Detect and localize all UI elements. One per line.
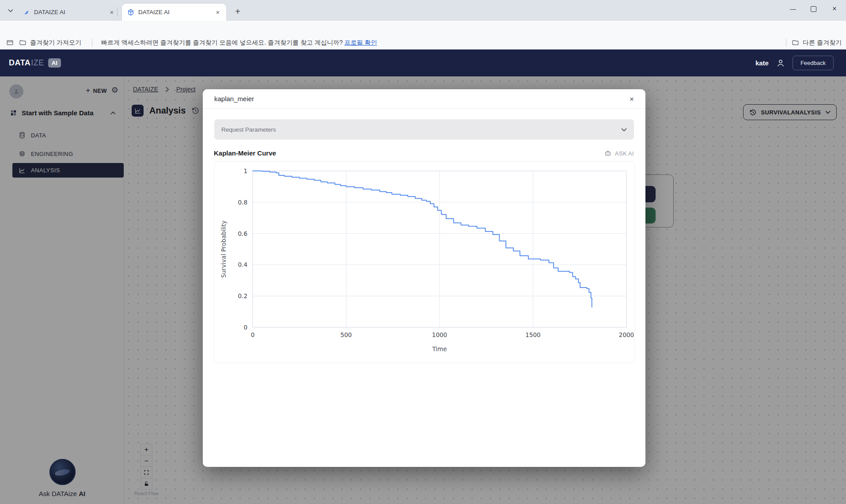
maximize-icon (811, 6, 816, 12)
svg-text:0.8: 0.8 (238, 199, 247, 206)
favorites-hint-text: 빠르게 액세스하려면 즐겨찾기를 즐겨찾기 모음에 넣으세요. 즐겨찾기를 찾고… (101, 39, 343, 46)
modal-close-button[interactable]: × (626, 94, 637, 105)
kaplan-meier-chart: 050010001500200000.20.40.60.81TimeSurviv… (203, 163, 645, 370)
dataize-logo[interactable]: DATA IZE AI (9, 49, 61, 76)
screen: DATAIZE AI × DATAIZE AI × + — × https://… (0, 0, 846, 504)
logo-text-data: DATA (9, 58, 30, 68)
user-menu-button[interactable] (776, 58, 785, 68)
logo-text-ize: IZE (31, 58, 44, 68)
request-parameters-label: Request Parameters (221, 126, 276, 133)
folder-icon (792, 39, 799, 46)
svg-text:Survival Probability: Survival Probability (220, 220, 227, 278)
window-maximize-button[interactable] (803, 0, 823, 18)
tab-close-icon[interactable]: × (214, 8, 222, 16)
robot-icon (604, 149, 612, 157)
favorites-bar: 즐겨찾기 가져오기 빠르게 액세스하려면 즐겨찾기를 즐겨찾기 모음에 넣으세요… (0, 36, 846, 50)
app-header: DATA IZE AI kate Feedback (0, 49, 846, 76)
dataize-cube-favicon (127, 9, 134, 16)
browser-tab-2-active[interactable]: DATAIZE AI × (122, 4, 226, 21)
divider (203, 108, 645, 109)
svg-text:2000: 2000 (619, 331, 634, 338)
import-favorites-label: 즐겨찾기 가져오기 (30, 39, 81, 47)
tab-divider (117, 7, 118, 17)
browser-toolbar: https://dataize.io/analytics/project/693… (0, 21, 846, 36)
tab-close-icon[interactable]: × (108, 8, 116, 16)
ask-ai-label: ASK AI (615, 150, 634, 157)
chevron-down-icon (8, 9, 13, 12)
svg-text:0.6: 0.6 (238, 230, 247, 237)
header-user-area: kate Feedback (755, 49, 846, 76)
feedback-button[interactable]: Feedback (793, 56, 834, 70)
logo-ai-badge: AI (48, 58, 61, 68)
svg-text:1500: 1500 (525, 331, 540, 338)
chevron-down-icon (621, 128, 627, 132)
tab-search-button[interactable] (4, 5, 17, 16)
username-label: kate (755, 59, 769, 67)
ask-ai-button[interactable]: ASK AI (604, 149, 634, 157)
favorites-hint: 빠르게 액세스하려면 즐겨찾기를 즐겨찾기 모음에 넣으세요. 즐겨찾기를 찾고… (101, 39, 377, 47)
chart-heading: Kaplan-Meier Curve (214, 149, 276, 157)
other-favorites-label: 다른 즐겨찾기 (803, 39, 842, 47)
svg-text:Time: Time (432, 345, 447, 352)
request-parameters-accordion[interactable]: Request Parameters (214, 119, 634, 140)
divider (92, 39, 92, 47)
svg-text:0: 0 (251, 331, 255, 338)
modal-title: kaplan_meier (214, 95, 254, 102)
svg-text:0.4: 0.4 (238, 261, 247, 268)
browser-tab-1[interactable]: DATAIZE AI × (18, 4, 120, 21)
window-minimize-button[interactable]: — (783, 0, 803, 18)
person-icon (776, 58, 785, 68)
window-close-button[interactable]: × (824, 0, 845, 18)
tab-title: DATAIZE AI (138, 9, 210, 15)
tab-title: DATAIZE AI (34, 9, 104, 15)
import-favorites-button[interactable]: 즐겨찾기 가져오기 (19, 39, 81, 47)
svg-text:0: 0 (243, 324, 247, 331)
profile-check-link[interactable]: 프로필 확인 (345, 39, 377, 46)
other-favorites-button[interactable]: 다른 즐겨찾기 (792, 39, 846, 47)
svg-text:0.2: 0.2 (238, 292, 247, 299)
svg-text:1000: 1000 (432, 331, 447, 338)
svg-text:500: 500 (341, 331, 352, 338)
svg-text:1: 1 (243, 167, 247, 174)
kaplan-meier-modal: kaplan_meier × Request Parameters Kaplan… (203, 89, 645, 467)
reading-list-icon[interactable] (6, 39, 14, 46)
browser-tab-strip: DATAIZE AI × DATAIZE AI × + — × (0, 0, 846, 21)
folder-icon (19, 39, 27, 46)
new-tab-button[interactable]: + (231, 5, 244, 18)
divider (786, 39, 786, 47)
dataize-bird-favicon (23, 9, 30, 16)
